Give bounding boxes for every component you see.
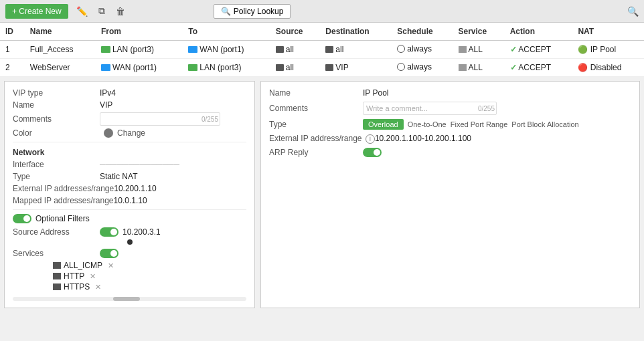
edit-icon-button[interactable]: ✏️ xyxy=(74,5,90,18)
to-iface-icon xyxy=(188,64,197,71)
network-section-title: Network xyxy=(13,148,246,157)
service-name-http: HTTP xyxy=(64,271,84,281)
service-item-all-icmp: ALL_ICMP ✕ xyxy=(53,261,246,270)
cell-from: WAN (port1) xyxy=(96,59,183,77)
cell-service: ALL xyxy=(453,41,505,59)
col-from: From xyxy=(96,23,183,41)
vip-comments-count: 0/255 xyxy=(202,116,218,123)
panels: VIP type IPv4 Name VIP Comments 0/255 Co… xyxy=(0,77,644,312)
vip-type-field-label: Type xyxy=(13,172,100,181)
create-new-button[interactable]: + Create New xyxy=(5,4,68,19)
cell-source: all xyxy=(270,59,321,77)
table-row[interactable]: 2 WebServer WAN (port1) LAN (port3) all xyxy=(0,59,644,77)
col-service: Service xyxy=(453,23,505,41)
cell-schedule: always xyxy=(392,59,453,77)
col-name: Name xyxy=(25,23,96,41)
pool-name-value: IP Pool xyxy=(363,88,388,98)
action-checkmark: ✓ xyxy=(510,45,517,54)
service-name-https: HTTPS xyxy=(64,282,90,292)
port-block-option[interactable]: Port Block Allocation xyxy=(511,120,578,128)
policy-lookup-button[interactable]: 🔍 Policy Lookup xyxy=(214,4,291,19)
pool-ext-ip-label: External IP address/range i xyxy=(269,134,375,144)
remove-http-button[interactable]: ✕ xyxy=(90,272,96,281)
service-name-all-icmp: ALL_ICMP xyxy=(64,261,102,270)
table-row[interactable]: 1 Full_Access LAN (port3) WAN (port1) al… xyxy=(0,41,644,59)
delete-icon-button[interactable]: 🗑 xyxy=(113,5,128,18)
cell-schedule: always xyxy=(392,41,453,59)
vip-type-label: VIP type xyxy=(13,88,100,98)
action-checkmark: ✓ xyxy=(510,63,517,72)
cell-source: all xyxy=(270,41,321,59)
cell-destination: VIP xyxy=(320,59,392,77)
vip-comments-field[interactable]: 0/255 xyxy=(100,112,220,126)
pool-ext-ip-value: 10.200.1.100-10.200.1.100 xyxy=(375,134,471,143)
source-addr-label: Source Address xyxy=(13,227,100,237)
cell-action: ✓ ACCEPT xyxy=(505,41,573,59)
col-to: To xyxy=(183,23,270,41)
services-toggle[interactable] xyxy=(100,249,118,258)
vip-name-value: VIP xyxy=(100,100,112,110)
vip-mapped-ip-value: 10.0.1.10 xyxy=(114,196,147,205)
clone-icon-button[interactable]: ⧉ xyxy=(96,4,108,18)
toolbar: + Create New ✏️ ⧉ 🗑 🔍 Policy Lookup 🔍 xyxy=(0,0,644,23)
cell-to: WAN (port1) xyxy=(183,41,270,59)
pool-type-label: Type xyxy=(269,120,363,129)
color-circle xyxy=(104,128,113,138)
action-value: ACCEPT xyxy=(518,45,551,54)
remove-all-icmp-button[interactable]: ✕ xyxy=(108,261,114,270)
policy-table: ID Name From To Source Destination Sched… xyxy=(0,23,644,77)
ext-ip-label-text: External IP address/range xyxy=(269,134,362,143)
cell-service: ALL xyxy=(453,59,505,77)
vip-ext-ip-value: 10.200.1.10 xyxy=(114,184,156,193)
vip-comments-label: Comments xyxy=(13,114,100,124)
pool-comments-count: 0/255 xyxy=(478,105,495,112)
cell-id: 1 xyxy=(0,41,25,59)
to-iface-icon xyxy=(188,46,197,53)
cell-nat: 🔴 Disabled xyxy=(572,59,644,77)
col-schedule: Schedule xyxy=(392,23,453,41)
vip-scrollbar[interactable] xyxy=(13,297,246,301)
optional-filters-label: Optional Filters xyxy=(35,214,90,223)
vip-type-field-value: Static NAT xyxy=(100,172,137,181)
nat-disabled-icon: 🔴 xyxy=(578,63,588,72)
from-iface-icon xyxy=(101,46,110,53)
cell-from: LAN (port3) xyxy=(96,41,183,59)
scroll-indicator xyxy=(127,239,133,245)
pool-comments-field[interactable]: Write a comment... 0/255 xyxy=(363,102,497,115)
vip-mapped-ip-label: Mapped IP addresses/range xyxy=(13,196,114,205)
source-addr-toggle[interactable] xyxy=(100,227,118,237)
overload-button[interactable]: Overload xyxy=(363,119,404,130)
remove-https-button[interactable]: ✕ xyxy=(95,283,101,292)
col-source: Source xyxy=(270,23,321,41)
search-button[interactable]: 🔍 xyxy=(627,6,639,17)
cell-id: 2 xyxy=(0,59,25,77)
cell-name: WebServer xyxy=(25,59,96,77)
ext-ip-info-icon[interactable]: i xyxy=(366,134,375,144)
pool-arp-label: ARP Reply xyxy=(269,148,363,157)
service-item-https: HTTPS ✕ xyxy=(53,282,246,292)
col-nat: NAT xyxy=(572,23,644,41)
policy-lookup-label: Policy Lookup xyxy=(234,7,284,16)
col-action: Action xyxy=(505,23,573,41)
col-id: ID xyxy=(0,23,25,41)
pool-panel: Name IP Pool Comments Write a comment...… xyxy=(260,81,640,308)
col-destination: Destination xyxy=(320,23,392,41)
fixed-port-option[interactable]: Fixed Port Range xyxy=(451,120,508,128)
source-icon xyxy=(276,64,284,71)
service-icon xyxy=(459,64,467,71)
http-icon xyxy=(53,273,61,279)
one-to-one-option[interactable]: One-to-One xyxy=(408,120,447,128)
optional-filters-toggle[interactable] xyxy=(13,214,31,223)
action-value: ACCEPT xyxy=(518,63,551,72)
color-change-link[interactable]: Change xyxy=(117,128,145,138)
vip-interface-label: Interface xyxy=(13,160,100,169)
destination-icon xyxy=(325,64,333,71)
pool-name-label: Name xyxy=(269,88,363,98)
services-section: Services ALL_ICMP ✕ HTTP ✕ HTTPS ✕ xyxy=(13,249,246,292)
cell-name: Full_Access xyxy=(25,41,96,59)
https-icon xyxy=(53,283,61,290)
cell-nat: 🟢 IP Pool xyxy=(572,41,644,59)
service-item-http: HTTP ✕ xyxy=(53,271,246,281)
arp-reply-toggle[interactable] xyxy=(363,148,382,157)
all-icmp-icon xyxy=(53,262,61,269)
